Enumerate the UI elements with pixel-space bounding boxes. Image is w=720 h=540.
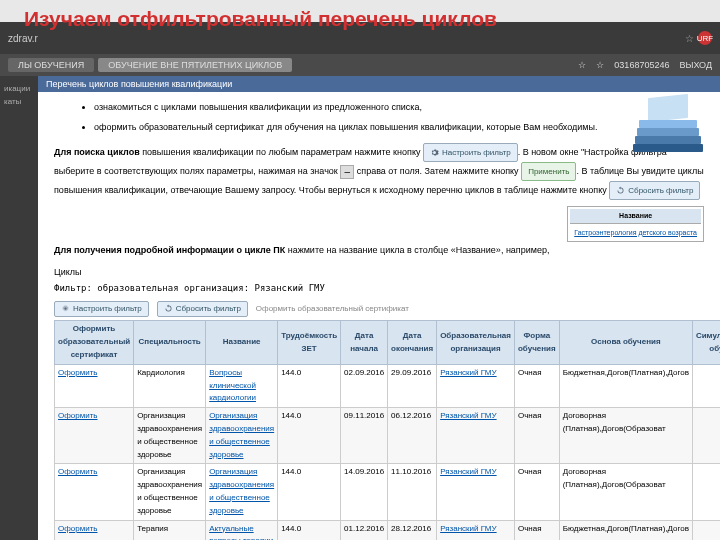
cycle-name-link[interactable]: Организация здравоохранения и общественн… [209,411,274,458]
tab-education[interactable]: ЛЫ ОБУЧЕНИЯ [8,58,94,72]
column-header[interactable]: Оформить образовательный сертификат [55,321,134,364]
basis-cell: Бюджетная,Догов(Платная),Догов [559,520,692,540]
cycles-grid: Оформить образовательный сертификатСпеци… [54,320,720,540]
sim-cell: ✔ [692,520,720,540]
cert-link[interactable]: Оформить образовательный сертификат [256,303,409,316]
org-link[interactable]: Рязанский ГМУ [440,467,497,476]
column-header[interactable]: Название [206,321,278,364]
topbar: ЛЫ ОБУЧЕНИЯ ОБУЧЕНИЕ ВНЕ ПЯТИЛЕТНИХ ЦИКЛ… [0,54,720,76]
logout-link[interactable]: ВЫХОД [679,60,712,70]
sim-cell: ✔ [692,464,720,520]
slide-title: Изучаем отфильтрованный перечень циклов [24,6,497,31]
url-fragment: zdrav.r [8,33,38,44]
end-cell: 11.10.2016 [388,464,437,520]
column-header[interactable]: Дата окончания [388,321,437,364]
sidebar: икации каты [0,76,38,540]
action-link[interactable]: Оформить [58,467,98,476]
table-row: ОформитьОрганизация здравоохранения и об… [55,408,721,464]
start-cell: 02.09.2016 [341,364,388,407]
start-cell: 09.11.2016 [341,408,388,464]
basis-cell: Договорная (Платная),Догов(Образоват [559,408,692,464]
org-link[interactable]: Рязанский ГМУ [440,368,497,377]
user-id: 03168705246 [614,60,669,70]
table-row: ОформитьКардиологияВопросы клинической к… [55,364,721,407]
form-cell: Очная [514,364,559,407]
sidebar-item[interactable]: икации [0,82,38,95]
column-header[interactable]: Основа обучения [559,321,692,364]
cycles-label: Циклы [54,265,704,279]
reset-icon [164,304,173,313]
books-illustration [628,96,708,152]
extension-badge[interactable]: URF [698,31,712,45]
minus-button[interactable]: – [340,165,354,179]
intro-bullet: ознакомиться с циклами повышения квалифи… [94,100,704,114]
spec-cell: Кардиология [134,364,206,407]
zet-cell: 144.0 [278,364,341,407]
filter-button[interactable]: Настроить фильтр [54,301,149,318]
action-link[interactable]: Оформить [58,368,98,377]
start-cell: 01.12.2016 [341,520,388,540]
reset-chip[interactable]: Сбросить фильтр [609,181,700,200]
sim-cell: ✔ [692,408,720,464]
sidebar-item[interactable]: каты [0,95,38,108]
intro-list: ознакомиться с циклами повышения квалифи… [94,100,704,135]
example-link[interactable]: Гастроэнтерология детского возраста [570,226,701,239]
action-link[interactable]: Оформить [58,411,98,420]
filter-chip[interactable]: Настроить фильтр [423,143,518,162]
form-cell: Очная [514,520,559,540]
apply-chip[interactable]: Применить [521,162,576,181]
table-row: ОформитьТерапияАктуальные вопросы терапи… [55,520,721,540]
cycle-name-link[interactable]: Вопросы клинической кардиологии [209,368,256,403]
zet-cell: 144.0 [278,408,341,464]
zet-cell: 144.0 [278,464,341,520]
form-cell: Очная [514,464,559,520]
reset-button[interactable]: Сбросить фильтр [157,301,248,318]
end-cell: 28.12.2016 [388,520,437,540]
org-link[interactable]: Рязанский ГМУ [440,524,497,533]
basis-cell: Бюджетная,Догов(Платная),Догов [559,364,692,407]
star-icon[interactable]: ☆ [578,60,586,70]
star-icon[interactable]: ☆ [596,60,604,70]
intro-bullet: оформить образовательный сертификат для … [94,120,704,134]
gear-icon [430,148,439,157]
org-link[interactable]: Рязанский ГМУ [440,411,497,420]
action-link[interactable]: Оформить [58,524,98,533]
column-header[interactable]: Специальность [134,321,206,364]
tab-outside-cycles[interactable]: ОБУЧЕНИЕ ВНЕ ПЯТИЛЕТНИХ ЦИКЛОВ [98,58,292,72]
spec-cell: Организация здравоохранения и общественн… [134,408,206,464]
zet-cell: 144.0 [278,520,341,540]
basis-cell: Договорная (Платная),Догов(Образоват [559,464,692,520]
end-cell: 06.12.2016 [388,408,437,464]
table-row: ОформитьОрганизация здравоохранения и об… [55,464,721,520]
cycle-name-link[interactable]: Организация здравоохранения и общественн… [209,467,274,514]
bookmark-star-icon[interactable]: ☆ [685,33,694,44]
spec-cell: Терапия [134,520,206,540]
column-header[interactable]: Форма обучения [514,321,559,364]
search-instruction: Для поиска циклов повышения квалификации… [54,143,704,201]
gear-icon [61,304,70,313]
active-filter: Фильтр: образовательная организация: Ряз… [54,281,704,295]
cycle-name-link[interactable]: Актуальные вопросы терапии [209,524,273,540]
detail-instruction: Для получения подробной информации о цик… [54,242,704,259]
example-table: Название Гастроэнтерология детского возр… [567,206,704,241]
example-header: Название [570,209,701,223]
column-header[interactable]: Образовательная организация [437,321,515,364]
sim-cell: ✔ [692,364,720,407]
end-cell: 29.09.2016 [388,364,437,407]
main-panel: Перечень циклов повышения квалификации о… [38,76,720,540]
form-cell: Очная [514,408,559,464]
panel-title: Перечень циклов повышения квалификации [38,76,720,92]
column-header[interactable]: Дата начала [341,321,388,364]
column-header[interactable]: Трудоёмкость ЗЕТ [278,321,341,364]
column-header[interactable]: Симуляционное обучение [692,321,720,364]
reset-icon [616,186,625,195]
grid-toolbar: Настроить фильтр Сбросить фильтр Оформит… [54,298,704,321]
spec-cell: Организация здравоохранения и общественн… [134,464,206,520]
start-cell: 14.09.2016 [341,464,388,520]
